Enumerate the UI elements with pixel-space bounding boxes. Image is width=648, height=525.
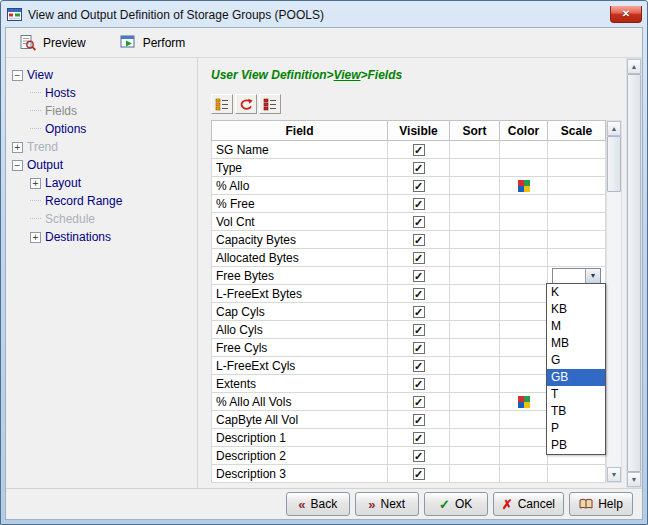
tree-item-view[interactable]: −View: [6, 66, 197, 84]
table-row[interactable]: % Free✓: [212, 195, 606, 213]
sort-cell[interactable]: [450, 303, 500, 321]
sort-cell[interactable]: [450, 177, 500, 195]
color-cell[interactable]: [500, 267, 548, 285]
scale-option-p[interactable]: P: [547, 420, 605, 437]
visible-checkbox[interactable]: ✓: [413, 468, 425, 480]
field-name-cell[interactable]: % Allo All Vols: [212, 393, 388, 411]
sort-cell[interactable]: [450, 249, 500, 267]
panel-scroll-down-button[interactable]: ▼: [627, 472, 641, 487]
tree-item-label[interactable]: Layout: [45, 176, 81, 190]
breadcrumb-view-link[interactable]: View: [334, 68, 361, 82]
visible-checkbox[interactable]: ✓: [413, 270, 425, 282]
visible-checkbox[interactable]: ✓: [413, 378, 425, 390]
color-cell[interactable]: [500, 393, 548, 411]
tree-item-output[interactable]: −Output: [6, 156, 197, 174]
cancel-button[interactable]: ✗ Cancel: [493, 492, 564, 516]
panel-scroll-up-button[interactable]: ▲: [627, 59, 641, 74]
sort-cell[interactable]: [450, 267, 500, 285]
visible-checkbox[interactable]: ✓: [413, 342, 425, 354]
tree-item-layout[interactable]: +Layout: [6, 174, 197, 192]
color-cell[interactable]: [500, 321, 548, 339]
scale-cell[interactable]: [548, 195, 606, 213]
expand-icon[interactable]: +: [30, 178, 41, 189]
visible-checkbox[interactable]: ✓: [413, 306, 425, 318]
collapse-icon[interactable]: −: [12, 70, 23, 81]
visible-checkbox[interactable]: ✓: [413, 396, 425, 408]
table-row[interactable]: SG Name✓: [212, 141, 606, 159]
color-cell[interactable]: [500, 357, 548, 375]
table-row[interactable]: % Allo✓: [212, 177, 606, 195]
color-cell[interactable]: [500, 177, 548, 195]
tree-item-record-range[interactable]: Record Range: [6, 192, 197, 210]
field-name-cell[interactable]: Extents: [212, 375, 388, 393]
visible-checkbox[interactable]: ✓: [413, 414, 425, 426]
scale-option-k[interactable]: K: [547, 284, 605, 301]
sort-cell[interactable]: [450, 195, 500, 213]
visible-checkbox[interactable]: ✓: [413, 144, 425, 156]
scale-cell[interactable]: [548, 231, 606, 249]
field-name-cell[interactable]: Free Bytes: [212, 267, 388, 285]
field-name-cell[interactable]: % Allo: [212, 177, 388, 195]
table-scrollbar-thumb[interactable]: [607, 136, 621, 192]
tree-item-options[interactable]: Options: [6, 120, 197, 138]
sort-cell[interactable]: [450, 375, 500, 393]
column-header-field[interactable]: Field: [212, 121, 388, 141]
field-name-cell[interactable]: Allo Cyls: [212, 321, 388, 339]
panel-scrollbar[interactable]: ▲ ▼: [626, 58, 642, 488]
sort-cell[interactable]: [450, 321, 500, 339]
color-cell[interactable]: [500, 249, 548, 267]
visible-checkbox[interactable]: ✓: [413, 234, 425, 246]
field-name-cell[interactable]: Type: [212, 159, 388, 177]
tree-item-label[interactable]: Options: [45, 122, 86, 136]
color-cell[interactable]: [500, 231, 548, 249]
table-row[interactable]: Capacity Bytes✓: [212, 231, 606, 249]
scroll-up-button[interactable]: ▲: [607, 121, 621, 136]
tree-item-label[interactable]: Trend: [27, 140, 58, 154]
color-cell[interactable]: [500, 285, 548, 303]
field-name-cell[interactable]: Description 2: [212, 447, 388, 465]
column-header-color[interactable]: Color: [500, 121, 548, 141]
visible-checkbox[interactable]: ✓: [413, 252, 425, 264]
color-cell[interactable]: [500, 375, 548, 393]
color-cell[interactable]: [500, 429, 548, 447]
sort-cell[interactable]: [450, 213, 500, 231]
table-row[interactable]: Type✓: [212, 159, 606, 177]
column-header-sort[interactable]: Sort: [450, 121, 500, 141]
collapse-icon[interactable]: −: [12, 160, 23, 171]
tree-item-label[interactable]: Fields: [45, 104, 77, 118]
field-name-cell[interactable]: CapByte All Vol: [212, 411, 388, 429]
sort-cell[interactable]: [450, 141, 500, 159]
field-name-cell[interactable]: Free Cyls: [212, 339, 388, 357]
scale-option-m[interactable]: M: [547, 318, 605, 335]
perform-button[interactable]: Perform: [116, 33, 190, 52]
ok-button[interactable]: ✓ OK: [424, 492, 488, 516]
reset-fields-button[interactable]: [235, 94, 257, 114]
sort-cell[interactable]: [450, 393, 500, 411]
sort-cell[interactable]: [450, 159, 500, 177]
color-cell[interactable]: [500, 339, 548, 357]
color-cell[interactable]: [500, 213, 548, 231]
scroll-down-button[interactable]: ▼: [607, 467, 621, 482]
tree-item-label[interactable]: Destinations: [45, 230, 111, 244]
back-button[interactable]: « Back: [286, 492, 350, 516]
tree-item-label[interactable]: Hosts: [45, 86, 76, 100]
field-name-cell[interactable]: SG Name: [212, 141, 388, 159]
scale-option-kb[interactable]: KB: [547, 301, 605, 318]
tree-item-label[interactable]: Schedule: [45, 212, 95, 226]
table-row[interactable]: Free Bytes✓▼: [212, 267, 606, 285]
sort-cell[interactable]: [450, 411, 500, 429]
scale-cell[interactable]: [548, 213, 606, 231]
sort-cell[interactable]: [450, 429, 500, 447]
scale-option-tb[interactable]: TB: [547, 403, 605, 420]
sort-cell[interactable]: [450, 285, 500, 303]
field-name-cell[interactable]: Description 3: [212, 465, 388, 483]
visible-checkbox[interactable]: ✓: [413, 198, 425, 210]
next-button[interactable]: » Next: [355, 492, 419, 516]
scale-cell[interactable]: [548, 159, 606, 177]
field-name-cell[interactable]: L-FreeExt Cyls: [212, 357, 388, 375]
sort-cell[interactable]: [450, 231, 500, 249]
scale-cell[interactable]: [548, 177, 606, 195]
table-scrollbar[interactable]: ▲ ▼: [606, 120, 622, 483]
tree-item-label[interactable]: View: [27, 68, 53, 82]
visible-checkbox[interactable]: ✓: [413, 432, 425, 444]
